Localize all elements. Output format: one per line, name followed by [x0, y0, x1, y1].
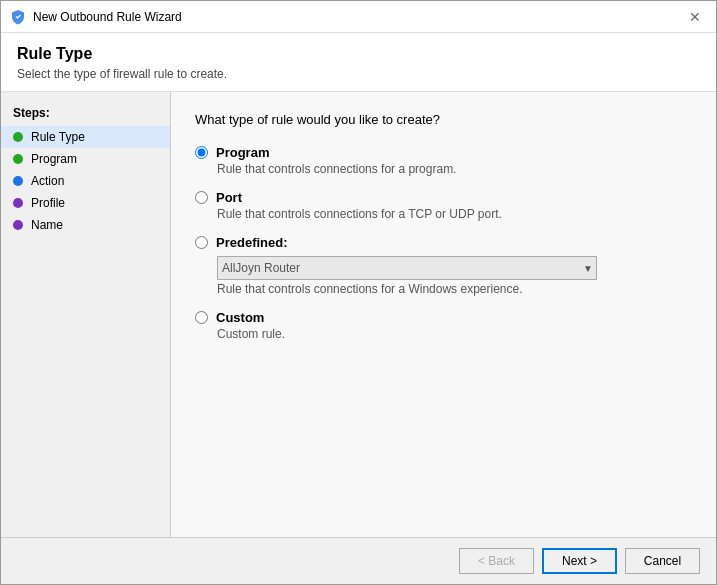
rule-type-options: Program Rule that controls connections f…: [195, 145, 692, 341]
predefined-dropdown-row: AllJoyn Router ▼: [217, 256, 692, 280]
step-indicator-profile: [13, 198, 23, 208]
close-button[interactable]: ✕: [682, 4, 708, 30]
cancel-button[interactable]: Cancel: [625, 548, 700, 574]
radio-label-custom[interactable]: Custom: [195, 310, 692, 325]
sidebar-item-action[interactable]: Action: [1, 170, 170, 192]
sidebar-item-label-rule-type: Rule Type: [31, 130, 85, 144]
sidebar: Steps: Rule Type Program Action Profile …: [1, 92, 171, 537]
predefined-select[interactable]: AllJoyn Router: [217, 256, 597, 280]
radio-predefined[interactable]: [195, 236, 208, 249]
option-predefined: Predefined: AllJoyn Router ▼ Rule that c…: [195, 235, 692, 296]
radio-desc-custom: Custom rule.: [217, 327, 692, 341]
option-program: Program Rule that controls connections f…: [195, 145, 692, 176]
title-bar: New Outbound Rule Wizard ✕: [1, 1, 716, 33]
header: Rule Type Select the type of firewall ru…: [1, 33, 716, 92]
option-custom: Custom Custom rule.: [195, 310, 692, 341]
page-subtitle: Select the type of firewall rule to crea…: [17, 67, 700, 81]
option-port: Port Rule that controls connections for …: [195, 190, 692, 221]
radio-title-custom: Custom: [216, 310, 264, 325]
radio-program[interactable]: [195, 146, 208, 159]
radio-desc-predefined: Rule that controls connections for a Win…: [217, 282, 692, 296]
sidebar-item-label-action: Action: [31, 174, 64, 188]
step-indicator-action: [13, 176, 23, 186]
radio-custom[interactable]: [195, 311, 208, 324]
step-indicator-program: [13, 154, 23, 164]
title-bar-text: New Outbound Rule Wizard: [33, 10, 682, 24]
sidebar-item-label-name: Name: [31, 218, 63, 232]
steps-label: Steps:: [1, 102, 170, 126]
sidebar-item-label-program: Program: [31, 152, 77, 166]
radio-label-program[interactable]: Program: [195, 145, 692, 160]
next-button[interactable]: Next >: [542, 548, 617, 574]
main-question: What type of rule would you like to crea…: [195, 112, 692, 127]
radio-title-program: Program: [216, 145, 269, 160]
wizard-window: New Outbound Rule Wizard ✕ Rule Type Sel…: [0, 0, 717, 585]
radio-label-predefined[interactable]: Predefined:: [195, 235, 692, 250]
radio-title-port: Port: [216, 190, 242, 205]
page-title: Rule Type: [17, 45, 700, 63]
sidebar-item-name[interactable]: Name: [1, 214, 170, 236]
main-content: What type of rule would you like to crea…: [171, 92, 716, 537]
content-area: Steps: Rule Type Program Action Profile …: [1, 92, 716, 537]
sidebar-item-rule-type[interactable]: Rule Type: [1, 126, 170, 148]
back-button[interactable]: < Back: [459, 548, 534, 574]
sidebar-item-program[interactable]: Program: [1, 148, 170, 170]
step-indicator-name: [13, 220, 23, 230]
window-icon: [9, 8, 27, 26]
radio-port[interactable]: [195, 191, 208, 204]
sidebar-item-profile[interactable]: Profile: [1, 192, 170, 214]
footer: < Back Next > Cancel: [1, 537, 716, 584]
predefined-select-wrapper: AllJoyn Router ▼: [217, 256, 597, 280]
radio-desc-port: Rule that controls connections for a TCP…: [217, 207, 692, 221]
radio-desc-program: Rule that controls connections for a pro…: [217, 162, 692, 176]
radio-title-predefined: Predefined:: [216, 235, 288, 250]
radio-label-port[interactable]: Port: [195, 190, 692, 205]
step-indicator-rule-type: [13, 132, 23, 142]
sidebar-item-label-profile: Profile: [31, 196, 65, 210]
